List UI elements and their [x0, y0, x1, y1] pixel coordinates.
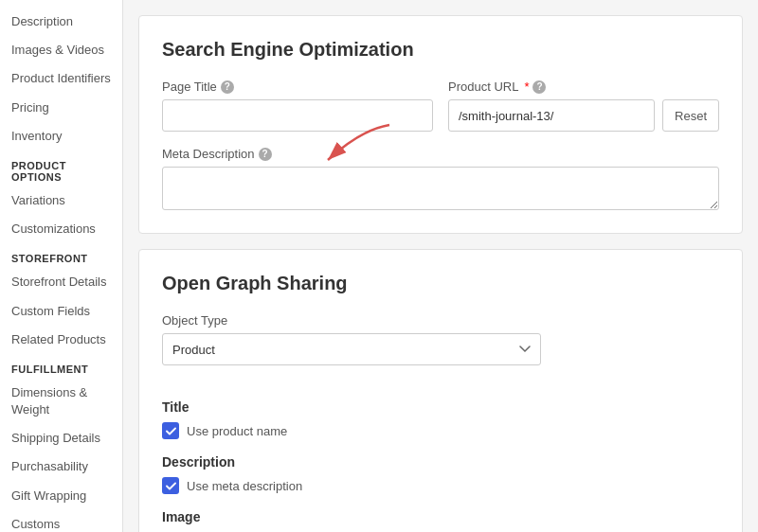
sidebar-item-custom-fields[interactable]: Custom Fields	[0, 297, 122, 326]
product-url-help-icon[interactable]: ?	[532, 80, 546, 94]
object-type-select[interactable]: Product Article Website	[162, 333, 541, 365]
og-title-checkbox[interactable]	[162, 422, 179, 439]
og-description-checkbox-label[interactable]: Use meta description	[187, 479, 302, 493]
og-description-group: Description Use meta description	[162, 454, 719, 494]
og-title-checkbox-label[interactable]: Use product name	[187, 424, 287, 438]
sidebar-item-shipping[interactable]: Shipping Details	[0, 424, 122, 452]
og-description-label: Description	[162, 454, 719, 470]
page-title-label: Page Title ?	[162, 80, 433, 94]
page-title-input[interactable]	[162, 99, 433, 132]
sidebar-item-related-products[interactable]: Related Products	[0, 326, 122, 354]
meta-description-help-icon[interactable]: ?	[259, 148, 272, 161]
seo-card: Search Engine Optimization Page Title ? …	[138, 15, 743, 234]
og-card: Open Graph Sharing Object Type Product A…	[138, 249, 743, 532]
sidebar-item-inventory[interactable]: Inventory	[0, 122, 122, 151]
seo-card-title: Search Engine Optimization	[162, 39, 719, 61]
object-type-select-wrapper: Product Article Website	[162, 333, 541, 365]
page-title-help-icon[interactable]: ?	[221, 80, 234, 94]
og-description-checkbox[interactable]	[162, 477, 179, 494]
product-url-group: Product URL * ? Reset	[448, 80, 719, 132]
product-url-input[interactable]	[448, 99, 655, 132]
sidebar-section-product-options: PRODUCT OPTIONS	[0, 151, 122, 186]
og-title-group: Title Use product name	[162, 399, 719, 439]
og-card-title: Open Graph Sharing	[162, 273, 719, 294]
og-title-checkbox-item: Use product name	[162, 422, 719, 439]
sidebar-item-pricing[interactable]: Pricing	[0, 94, 122, 122]
sidebar-item-variations[interactable]: Variations	[0, 186, 122, 215]
page-title-group: Page Title ?	[162, 80, 433, 132]
sidebar-section-fulfillment: FULFILLMENT	[0, 354, 122, 379]
og-image-label: Image	[162, 509, 719, 524]
checkmark-icon	[166, 426, 176, 436]
meta-description-group: Meta Description ?	[162, 147, 719, 210]
sidebar-item-images[interactable]: Images & Videos	[0, 36, 122, 64]
checkmark-icon-2	[166, 481, 176, 491]
sidebar-section-storefront: STOREFRONT	[0, 243, 122, 268]
sidebar-item-customizations[interactable]: Customizations	[0, 215, 122, 243]
object-type-group: Object Type Product Article Website	[162, 313, 719, 382]
product-url-field-wrapper: Reset	[448, 99, 719, 132]
product-url-label: Product URL * ?	[448, 80, 719, 94]
reset-button[interactable]: Reset	[662, 99, 719, 132]
sidebar-item-description[interactable]: Description	[0, 8, 122, 36]
meta-description-label: Meta Description ?	[162, 147, 719, 161]
og-image-group: Image Use thumbnail image Don't use an i…	[162, 509, 719, 532]
required-indicator: *	[524, 80, 529, 94]
sidebar: Description Images & Videos Product Iden…	[0, 0, 123, 532]
sidebar-item-identifiers[interactable]: Product Identifiers	[0, 64, 122, 93]
sidebar-item-dimensions[interactable]: Dimensions & Weight	[0, 379, 122, 424]
sidebar-item-storefront-details[interactable]: Storefront Details	[0, 268, 122, 296]
og-description-checkbox-item: Use meta description	[162, 477, 719, 494]
sidebar-item-customs[interactable]: Customs Information	[0, 510, 122, 532]
meta-description-input[interactable]	[162, 167, 719, 210]
sidebar-item-gift-wrapping[interactable]: Gift Wrapping	[0, 482, 122, 510]
main-content: Search Engine Optimization Page Title ? …	[123, 0, 758, 532]
og-title-label: Title	[162, 399, 719, 415]
object-type-label: Object Type	[162, 313, 719, 328]
sidebar-item-purchasability[interactable]: Purchasability	[0, 452, 122, 481]
